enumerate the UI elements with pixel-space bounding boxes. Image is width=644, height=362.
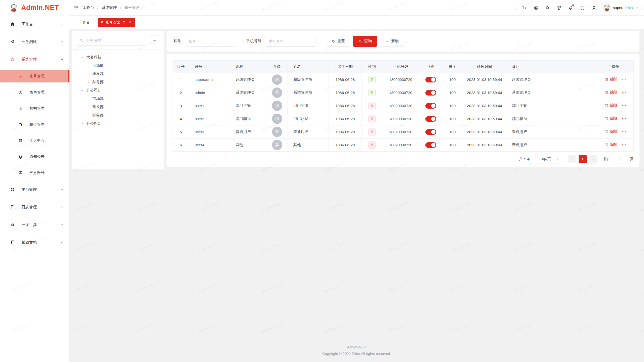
status-toggle[interactable] <box>425 142 436 148</box>
tree-node-分公司1[interactable]: 分公司1 <box>72 86 164 95</box>
tree-node-分公司2[interactable]: 分公司2 <box>72 119 164 128</box>
watermark-text: Admin.NET <box>261 322 283 334</box>
language-icon[interactable] <box>534 5 539 10</box>
sidebar-item-1[interactable]: 业务测试 <box>0 33 69 51</box>
more-actions-button[interactable] <box>622 77 626 82</box>
edit-icon[interactable] <box>604 143 608 147</box>
tree-node-财务部[interactable]: 财务部 <box>72 78 164 86</box>
status-toggle[interactable] <box>425 103 436 109</box>
prev-page-button[interactable] <box>568 155 576 163</box>
edit-button[interactable]: 编辑 <box>610 129 618 134</box>
tree-node-市场部[interactable]: 市场部 <box>72 61 164 70</box>
caret-expanded-icon[interactable] <box>80 56 84 59</box>
profile-icon[interactable] <box>591 5 596 10</box>
account-table-panel: 序号账号昵称头像姓名出生日期性别手机号码状态排序修改时间备注操作 1 super… <box>167 54 639 167</box>
more-actions-button[interactable] <box>622 103 626 108</box>
watermark-text: Admin.NET <box>450 281 472 294</box>
column-header-姓名: 姓名 <box>288 61 329 73</box>
sidebar-subitem-label: 机构管理 <box>29 106 45 111</box>
status-toggle[interactable] <box>425 77 436 82</box>
sidebar-item-4[interactable]: 日志管理 <box>0 198 69 216</box>
edit-button[interactable]: 编辑 <box>610 116 618 121</box>
next-page-button[interactable] <box>589 155 597 163</box>
sidebar-item-2[interactable]: 系统管理 <box>0 51 69 68</box>
bell-icon[interactable] <box>568 5 573 10</box>
current-page-button[interactable]: 1 <box>579 155 587 163</box>
watermark-text: Admin.NET <box>575 322 597 334</box>
sidebar-subitem-三方账号[interactable]: 三方账号 <box>0 165 69 181</box>
tab-账号管理[interactable]: 账号管理 <box>98 18 135 27</box>
fullscreen-icon[interactable] <box>580 5 585 10</box>
sidebar-collapse-icon[interactable] <box>73 5 79 10</box>
breadcrumb-item-0[interactable]: 工作台 <box>83 5 94 10</box>
tree-node-大名科技[interactable]: 大名科技 <box>72 53 164 61</box>
header-actions: TT superadmin <box>522 4 638 12</box>
reset-button[interactable]: 重置 <box>326 36 350 47</box>
user-icon <box>18 74 23 79</box>
more-actions-button[interactable] <box>622 116 626 121</box>
more-actions-button[interactable] <box>622 90 626 95</box>
search-button[interactable]: 查询 <box>353 36 377 47</box>
account-table: 序号账号昵称头像姓名出生日期性别手机号码状态排序修改时间备注操作 1 super… <box>173 60 634 152</box>
edit-icon[interactable] <box>604 77 608 81</box>
sidebar-item-label: 平台管理 <box>22 187 60 192</box>
sidebar: Admin.NET 工作台 业务测试 系统管理 账号管理 角色管理 机构管理 职… <box>0 0 70 362</box>
sidebar-subitem-通知公告[interactable]: 通知公告 <box>0 149 69 165</box>
phone-input[interactable] <box>265 36 316 47</box>
caret-expanded-icon[interactable] <box>80 89 84 92</box>
chevron-down-icon <box>60 40 64 44</box>
cell-avatar: 部 <box>266 112 288 125</box>
tree-node-市场部[interactable]: 市场部 <box>72 95 164 103</box>
sidebar-subitem-账号管理[interactable]: 账号管理 <box>0 70 69 82</box>
tree-node-研发部[interactable]: 研发部 <box>72 103 164 111</box>
caret-collapsed-icon[interactable] <box>80 122 84 125</box>
status-toggle[interactable] <box>425 129 436 135</box>
font-size-icon[interactable]: TT <box>522 5 527 10</box>
tree-node-label: 研发部 <box>92 105 104 109</box>
edit-button[interactable]: 编辑 <box>610 142 618 147</box>
cell-avatar: 其 <box>266 139 288 152</box>
close-icon[interactable] <box>128 20 132 24</box>
org-search-input[interactable] <box>86 38 142 42</box>
watermark-text: Admin.NET <box>387 241 409 254</box>
sidebar-subitem-职位管理[interactable]: 职位管理 <box>0 116 69 132</box>
edit-icon[interactable] <box>604 130 608 134</box>
cell-phone: 18020030720 <box>382 125 419 139</box>
cell-order: 100 <box>442 112 463 125</box>
cell-account: user4 <box>189 139 230 152</box>
goto-page-input[interactable] <box>613 155 627 163</box>
account-input[interactable] <box>185 36 236 47</box>
tree-node-财务部[interactable]: 财务部 <box>72 111 164 119</box>
edit-button[interactable]: 编辑 <box>610 77 618 82</box>
edit-icon[interactable] <box>604 104 608 108</box>
sidebar-item-6[interactable]: 帮助文档 <box>0 234 69 251</box>
edit-icon[interactable] <box>604 90 608 95</box>
sidebar-subitem-个人中心[interactable]: 个人中心 <box>0 132 69 149</box>
sidebar-item-0[interactable]: 工作台 <box>0 15 69 33</box>
edit-button[interactable]: 编辑 <box>610 90 618 95</box>
sidebar-subitem-角色管理[interactable]: 角色管理 <box>0 84 69 100</box>
chevron-down-icon <box>60 205 64 209</box>
user-menu[interactable]: superadmin <box>603 4 638 12</box>
theme-icon[interactable] <box>557 5 562 10</box>
status-toggle[interactable] <box>425 90 436 96</box>
bell-icon <box>18 154 23 159</box>
caret-collapsed-icon[interactable] <box>87 80 90 84</box>
add-button[interactable]: 新增 <box>380 36 404 47</box>
search-icon[interactable] <box>545 5 550 10</box>
sidebar-item-5[interactable]: 开发工具 <box>0 216 69 234</box>
sidebar-subitem-机构管理[interactable]: 机构管理 <box>0 100 69 116</box>
cell-phone: 18020030720 <box>382 112 419 125</box>
edit-button[interactable]: 编辑 <box>610 103 618 108</box>
refresh-icon[interactable] <box>122 20 126 24</box>
more-actions-button[interactable] <box>622 142 626 147</box>
edit-icon[interactable] <box>604 117 608 121</box>
breadcrumb-item-1[interactable]: 系统管理 <box>102 5 117 10</box>
sidebar-item-3[interactable]: 平台管理 <box>0 181 69 198</box>
org-more-button[interactable] <box>149 35 160 45</box>
tab-工作台[interactable]: 工作台 <box>75 18 94 27</box>
status-toggle[interactable] <box>425 116 436 122</box>
more-actions-button[interactable] <box>622 129 626 134</box>
page-size-select[interactable]: 10条/页 <box>535 155 562 163</box>
tree-node-研发部[interactable]: 研发部 <box>72 70 164 78</box>
